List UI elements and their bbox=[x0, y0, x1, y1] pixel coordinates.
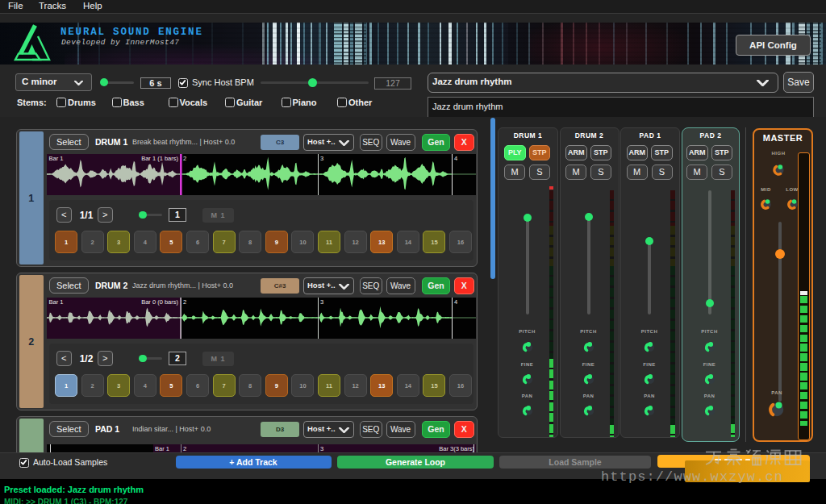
svg-text:2: 2 bbox=[183, 298, 186, 306]
svg-text:2: 2 bbox=[183, 155, 186, 162]
svg-text:3: 3 bbox=[320, 155, 323, 162]
svg-text:Bar 1 (1 bars): Bar 1 (1 bars) bbox=[141, 155, 178, 162]
svg-text:Bar 3(3 bars): Bar 3(3 bars) bbox=[439, 445, 474, 452]
svg-text:4: 4 bbox=[454, 298, 457, 306]
svg-text:4: 4 bbox=[454, 155, 457, 162]
svg-text:2: 2 bbox=[183, 445, 186, 452]
svg-text:3: 3 bbox=[320, 298, 323, 306]
svg-text:Bar 1: Bar 1 bbox=[49, 298, 64, 306]
svg-text:3: 3 bbox=[320, 445, 323, 452]
svg-text:Bar 0 (0 bars): Bar 0 (0 bars) bbox=[141, 298, 178, 306]
svg-text:Bar 1: Bar 1 bbox=[155, 445, 169, 452]
svg-text:Bar 1: Bar 1 bbox=[49, 155, 64, 162]
